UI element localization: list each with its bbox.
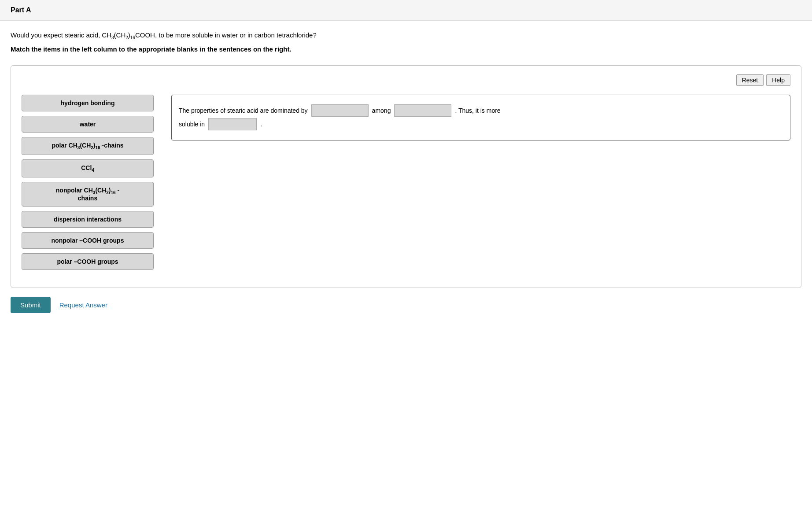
sentence-line-2: soluble in . (179, 118, 783, 131)
instruction-text: Match the items in the left column to th… (11, 45, 801, 53)
sentence-part-5: . (260, 118, 262, 131)
bottom-buttons-area: Submit Request Answer (0, 288, 812, 322)
request-answer-button[interactable]: Request Answer (59, 301, 107, 309)
sentence-part-1: The properties of stearic acid are domin… (179, 104, 308, 118)
drag-item-nonpolar-chains[interactable]: nonpolar CH3(CH2)16 -chains (22, 182, 154, 207)
drop-zone-1[interactable] (311, 104, 369, 117)
drop-zone-3[interactable] (208, 118, 257, 130)
left-column: hydrogen bonding water polar CH3(CH2)16 … (22, 95, 154, 270)
sentence-line-1: The properties of stearic acid are domin… (179, 104, 783, 118)
drag-item-hydrogen-bonding[interactable]: hydrogen bonding (22, 95, 154, 111)
help-button[interactable]: Help (766, 74, 790, 86)
match-container: Reset Help hydrogen bonding water polar … (11, 65, 801, 288)
drag-item-water[interactable]: water (22, 116, 154, 133)
top-buttons-area: Reset Help (22, 74, 790, 86)
sentence-part-2: among (372, 104, 391, 118)
sentence-part-3: . Thus, it is more (455, 104, 500, 118)
submit-button[interactable]: Submit (11, 297, 51, 313)
question-text: Would you expect stearic acid, CH3(CH2)1… (11, 31, 801, 40)
drag-item-ccl4[interactable]: CCl4 (22, 159, 154, 177)
reset-button[interactable]: Reset (736, 74, 764, 86)
drag-item-nonpolar-cooh[interactable]: nonpolar –COOH groups (22, 232, 154, 249)
match-body: hydrogen bonding water polar CH3(CH2)16 … (22, 95, 790, 270)
sentence-part-4: soluble in (179, 118, 205, 131)
part-label: Part A (11, 6, 31, 14)
drop-zone-2[interactable] (394, 104, 451, 117)
right-column: The properties of stearic acid are domin… (171, 95, 790, 140)
drag-item-polar-chains[interactable]: polar CH3(CH2)16 -chains (22, 137, 154, 155)
question-area: Would you expect stearic acid, CH3(CH2)1… (0, 21, 812, 65)
drag-item-dispersion-interactions[interactable]: dispersion interactions (22, 211, 154, 228)
drag-item-polar-cooh[interactable]: polar –COOH groups (22, 253, 154, 270)
part-header: Part A (0, 0, 812, 21)
